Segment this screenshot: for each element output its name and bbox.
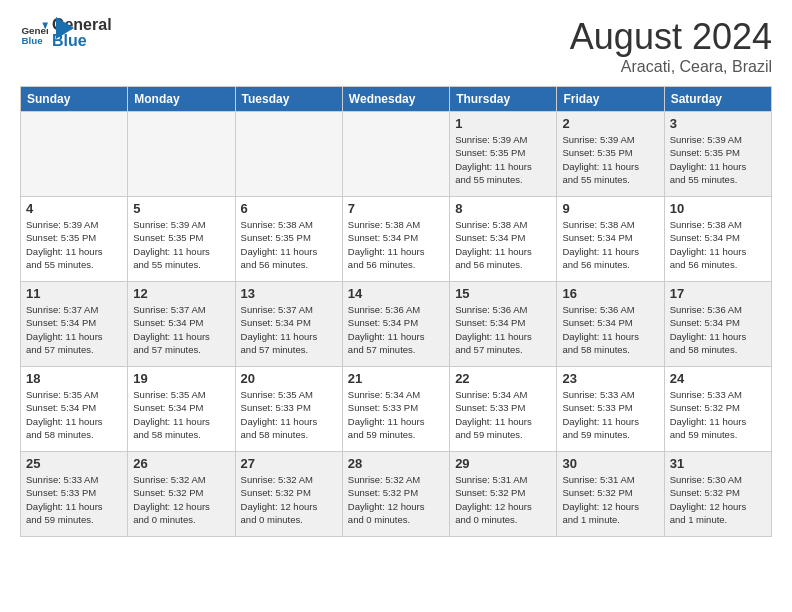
calendar-day-cell: 5Sunrise: 5:39 AM Sunset: 5:35 PM Daylig… [128, 197, 235, 282]
day-number: 1 [455, 116, 551, 131]
calendar-table: SundayMondayTuesdayWednesdayThursdayFrid… [20, 86, 772, 537]
day-info: Sunrise: 5:36 AM Sunset: 5:34 PM Dayligh… [348, 303, 444, 356]
weekday-header-cell: Friday [557, 87, 664, 112]
day-info: Sunrise: 5:36 AM Sunset: 5:34 PM Dayligh… [562, 303, 658, 356]
calendar-day-cell: 30Sunrise: 5:31 AM Sunset: 5:32 PM Dayli… [557, 452, 664, 537]
calendar-day-cell: 20Sunrise: 5:35 AM Sunset: 5:33 PM Dayli… [235, 367, 342, 452]
calendar-day-cell: 12Sunrise: 5:37 AM Sunset: 5:34 PM Dayli… [128, 282, 235, 367]
weekday-header-row: SundayMondayTuesdayWednesdayThursdayFrid… [21, 87, 772, 112]
calendar-day-cell: 25Sunrise: 5:33 AM Sunset: 5:33 PM Dayli… [21, 452, 128, 537]
day-info: Sunrise: 5:33 AM Sunset: 5:32 PM Dayligh… [670, 388, 766, 441]
day-info: Sunrise: 5:39 AM Sunset: 5:35 PM Dayligh… [562, 133, 658, 186]
calendar-day-cell: 22Sunrise: 5:34 AM Sunset: 5:33 PM Dayli… [450, 367, 557, 452]
title-block: August 2024 Aracati, Ceara, Brazil [570, 16, 772, 76]
calendar-day-cell: 27Sunrise: 5:32 AM Sunset: 5:32 PM Dayli… [235, 452, 342, 537]
day-number: 3 [670, 116, 766, 131]
day-info: Sunrise: 5:30 AM Sunset: 5:32 PM Dayligh… [670, 473, 766, 526]
calendar-day-cell: 24Sunrise: 5:33 AM Sunset: 5:32 PM Dayli… [664, 367, 771, 452]
day-number: 5 [133, 201, 229, 216]
day-number: 16 [562, 286, 658, 301]
day-info: Sunrise: 5:36 AM Sunset: 5:34 PM Dayligh… [455, 303, 551, 356]
calendar-day-cell: 14Sunrise: 5:36 AM Sunset: 5:34 PM Dayli… [342, 282, 449, 367]
day-info: Sunrise: 5:31 AM Sunset: 5:32 PM Dayligh… [562, 473, 658, 526]
svg-marker-3 [56, 17, 74, 39]
day-number: 12 [133, 286, 229, 301]
day-info: Sunrise: 5:32 AM Sunset: 5:32 PM Dayligh… [133, 473, 229, 526]
day-number: 7 [348, 201, 444, 216]
calendar-week-row: 4Sunrise: 5:39 AM Sunset: 5:35 PM Daylig… [21, 197, 772, 282]
day-info: Sunrise: 5:39 AM Sunset: 5:35 PM Dayligh… [133, 218, 229, 271]
day-info: Sunrise: 5:33 AM Sunset: 5:33 PM Dayligh… [562, 388, 658, 441]
day-number: 22 [455, 371, 551, 386]
day-number: 15 [455, 286, 551, 301]
calendar-day-cell: 28Sunrise: 5:32 AM Sunset: 5:32 PM Dayli… [342, 452, 449, 537]
calendar-day-cell: 4Sunrise: 5:39 AM Sunset: 5:35 PM Daylig… [21, 197, 128, 282]
day-number: 28 [348, 456, 444, 471]
day-info: Sunrise: 5:32 AM Sunset: 5:32 PM Dayligh… [348, 473, 444, 526]
day-number: 8 [455, 201, 551, 216]
svg-text:Blue: Blue [21, 35, 43, 46]
calendar-day-cell: 15Sunrise: 5:36 AM Sunset: 5:34 PM Dayli… [450, 282, 557, 367]
day-number: 17 [670, 286, 766, 301]
day-info: Sunrise: 5:38 AM Sunset: 5:35 PM Dayligh… [241, 218, 337, 271]
calendar-day-cell: 19Sunrise: 5:35 AM Sunset: 5:34 PM Dayli… [128, 367, 235, 452]
day-info: Sunrise: 5:39 AM Sunset: 5:35 PM Dayligh… [455, 133, 551, 186]
weekday-header-cell: Monday [128, 87, 235, 112]
calendar-day-cell: 13Sunrise: 5:37 AM Sunset: 5:34 PM Dayli… [235, 282, 342, 367]
calendar-day-cell: 10Sunrise: 5:38 AM Sunset: 5:34 PM Dayli… [664, 197, 771, 282]
calendar-day-cell: 31Sunrise: 5:30 AM Sunset: 5:32 PM Dayli… [664, 452, 771, 537]
calendar-day-cell: 18Sunrise: 5:35 AM Sunset: 5:34 PM Dayli… [21, 367, 128, 452]
calendar-day-cell [235, 112, 342, 197]
day-info: Sunrise: 5:38 AM Sunset: 5:34 PM Dayligh… [670, 218, 766, 271]
calendar-day-cell: 16Sunrise: 5:36 AM Sunset: 5:34 PM Dayli… [557, 282, 664, 367]
day-number: 21 [348, 371, 444, 386]
calendar-week-row: 1Sunrise: 5:39 AM Sunset: 5:35 PM Daylig… [21, 112, 772, 197]
day-number: 2 [562, 116, 658, 131]
calendar-day-cell [21, 112, 128, 197]
day-number: 24 [670, 371, 766, 386]
day-number: 19 [133, 371, 229, 386]
day-number: 4 [26, 201, 122, 216]
day-info: Sunrise: 5:39 AM Sunset: 5:35 PM Dayligh… [670, 133, 766, 186]
day-number: 13 [241, 286, 337, 301]
calendar-day-cell: 8Sunrise: 5:38 AM Sunset: 5:34 PM Daylig… [450, 197, 557, 282]
day-info: Sunrise: 5:33 AM Sunset: 5:33 PM Dayligh… [26, 473, 122, 526]
day-number: 6 [241, 201, 337, 216]
calendar-day-cell: 1Sunrise: 5:39 AM Sunset: 5:35 PM Daylig… [450, 112, 557, 197]
day-number: 9 [562, 201, 658, 216]
day-info: Sunrise: 5:35 AM Sunset: 5:34 PM Dayligh… [26, 388, 122, 441]
calendar-day-cell: 26Sunrise: 5:32 AM Sunset: 5:32 PM Dayli… [128, 452, 235, 537]
day-number: 31 [670, 456, 766, 471]
day-info: Sunrise: 5:37 AM Sunset: 5:34 PM Dayligh… [241, 303, 337, 356]
day-number: 14 [348, 286, 444, 301]
calendar-day-cell: 23Sunrise: 5:33 AM Sunset: 5:33 PM Dayli… [557, 367, 664, 452]
weekday-header-cell: Sunday [21, 87, 128, 112]
day-number: 20 [241, 371, 337, 386]
location-subtitle: Aracati, Ceara, Brazil [570, 58, 772, 76]
day-number: 11 [26, 286, 122, 301]
calendar-day-cell: 11Sunrise: 5:37 AM Sunset: 5:34 PM Dayli… [21, 282, 128, 367]
day-info: Sunrise: 5:36 AM Sunset: 5:34 PM Dayligh… [670, 303, 766, 356]
day-number: 23 [562, 371, 658, 386]
day-info: Sunrise: 5:37 AM Sunset: 5:34 PM Dayligh… [133, 303, 229, 356]
day-number: 18 [26, 371, 122, 386]
day-info: Sunrise: 5:38 AM Sunset: 5:34 PM Dayligh… [562, 218, 658, 271]
day-info: Sunrise: 5:38 AM Sunset: 5:34 PM Dayligh… [455, 218, 551, 271]
day-info: Sunrise: 5:39 AM Sunset: 5:35 PM Dayligh… [26, 218, 122, 271]
calendar-day-cell: 6Sunrise: 5:38 AM Sunset: 5:35 PM Daylig… [235, 197, 342, 282]
logo-arrow-icon [56, 17, 74, 39]
day-info: Sunrise: 5:35 AM Sunset: 5:33 PM Dayligh… [241, 388, 337, 441]
day-info: Sunrise: 5:38 AM Sunset: 5:34 PM Dayligh… [348, 218, 444, 271]
calendar-day-cell: 3Sunrise: 5:39 AM Sunset: 5:35 PM Daylig… [664, 112, 771, 197]
calendar-day-cell: 29Sunrise: 5:31 AM Sunset: 5:32 PM Dayli… [450, 452, 557, 537]
day-info: Sunrise: 5:34 AM Sunset: 5:33 PM Dayligh… [348, 388, 444, 441]
day-info: Sunrise: 5:37 AM Sunset: 5:34 PM Dayligh… [26, 303, 122, 356]
page-header: General Blue General Blue August 2024 Ar… [20, 16, 772, 76]
calendar-week-row: 18Sunrise: 5:35 AM Sunset: 5:34 PM Dayli… [21, 367, 772, 452]
calendar-day-cell: 21Sunrise: 5:34 AM Sunset: 5:33 PM Dayli… [342, 367, 449, 452]
day-info: Sunrise: 5:34 AM Sunset: 5:33 PM Dayligh… [455, 388, 551, 441]
calendar-week-row: 11Sunrise: 5:37 AM Sunset: 5:34 PM Dayli… [21, 282, 772, 367]
calendar-week-row: 25Sunrise: 5:33 AM Sunset: 5:33 PM Dayli… [21, 452, 772, 537]
day-number: 10 [670, 201, 766, 216]
calendar-day-cell [128, 112, 235, 197]
